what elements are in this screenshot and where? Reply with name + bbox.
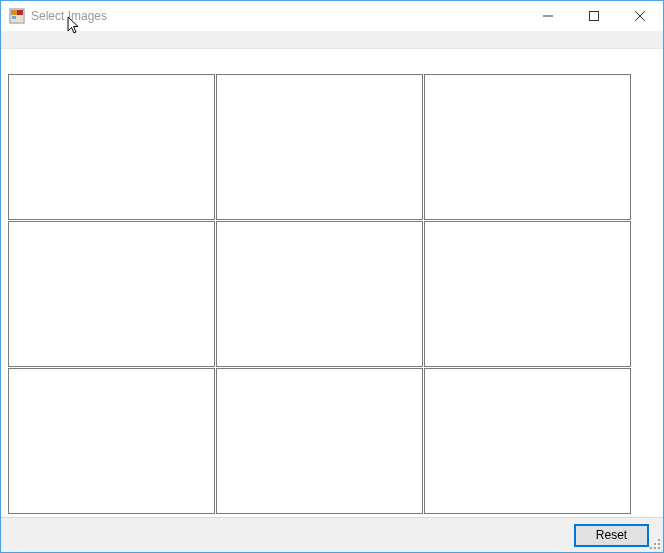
minimize-button[interactable] — [525, 1, 571, 31]
svg-point-11 — [654, 543, 656, 545]
image-slot[interactable] — [8, 221, 215, 367]
titlebar[interactable]: Select Images — [1, 1, 663, 31]
reset-button[interactable]: Reset — [574, 524, 649, 547]
image-slot[interactable] — [424, 221, 631, 367]
svg-rect-6 — [590, 12, 599, 21]
maximize-button[interactable] — [571, 1, 617, 31]
image-slot[interactable] — [424, 368, 631, 514]
image-slot[interactable] — [424, 74, 631, 220]
image-slot[interactable] — [216, 74, 423, 220]
svg-point-12 — [658, 547, 660, 549]
window: Select Images Reset — [0, 0, 664, 553]
menubar — [1, 31, 663, 49]
svg-rect-4 — [12, 16, 16, 19]
app-icon — [9, 8, 25, 24]
svg-point-14 — [650, 547, 652, 549]
resize-grip-icon[interactable] — [649, 538, 661, 550]
image-slot[interactable] — [8, 74, 215, 220]
image-slot[interactable] — [216, 368, 423, 514]
close-button[interactable] — [617, 1, 663, 31]
svg-rect-1 — [11, 10, 17, 15]
image-slot[interactable] — [216, 221, 423, 367]
image-slot[interactable] — [8, 368, 215, 514]
svg-point-10 — [658, 543, 660, 545]
image-grid — [8, 74, 638, 514]
svg-point-9 — [658, 539, 660, 541]
svg-point-13 — [654, 547, 656, 549]
window-controls — [525, 1, 663, 31]
svg-rect-2 — [17, 10, 23, 15]
client-area — [1, 49, 663, 517]
statusbar: Reset — [1, 517, 663, 552]
window-title: Select Images — [31, 9, 107, 23]
